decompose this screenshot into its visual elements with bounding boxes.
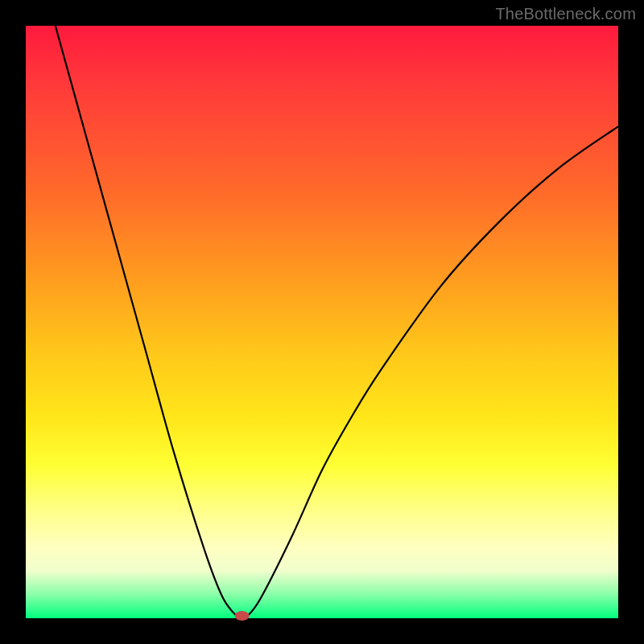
plot-area (26, 26, 618, 618)
watermark-text: TheBottleneck.com (495, 5, 636, 23)
chart-frame: TheBottleneck.com (0, 0, 644, 644)
bottleneck-point-marker (235, 611, 250, 621)
bottleneck-curve-svg (26, 26, 618, 618)
bottleneck-curve (56, 26, 618, 618)
